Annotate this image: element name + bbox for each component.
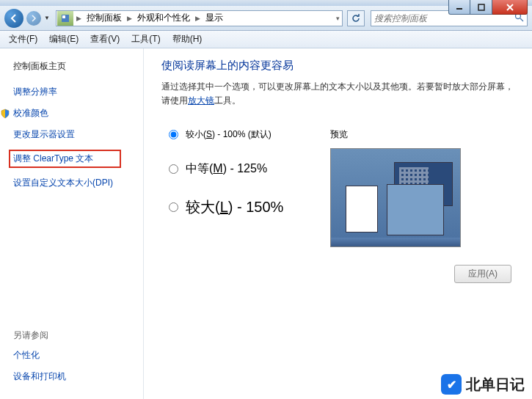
sidebar-item-label: 调整分辨率	[13, 86, 57, 98]
sidebar-item-calibrate-color[interactable]: 校准颜色	[13, 107, 136, 120]
size-label: 较大(L) - 150%	[186, 197, 283, 217]
size-option-medium[interactable]: 中等(M) - 125%	[161, 161, 330, 177]
breadcrumb-segment[interactable]: 控制面板	[84, 12, 125, 24]
sidebar-home-link[interactable]: 控制面板主页	[13, 60, 136, 73]
menu-view[interactable]: 查看(V)	[84, 31, 125, 48]
nav-history-dropdown[interactable]: ▼	[44, 15, 53, 21]
watermark: ✔ 北单日记	[441, 374, 525, 395]
chevron-right-icon: ▶	[193, 15, 203, 22]
menu-tools[interactable]: 工具(T)	[125, 31, 166, 48]
sidebar-item-resolution[interactable]: 调整分辨率	[13, 86, 136, 98]
page-title: 使阅读屏幕上的内容更容易	[161, 59, 519, 73]
breadcrumb-segment[interactable]: 显示	[203, 12, 226, 24]
sidebar-item-label: 调整 ClearType 文本	[13, 153, 93, 165]
sidebar-item-label: 更改显示器设置	[13, 128, 75, 141]
chevron-right-icon: ▶	[125, 15, 134, 22]
svg-rect-5	[62, 15, 65, 18]
size-option-small[interactable]: 较小(S) - 100% (默认)	[161, 128, 330, 141]
page-description: 通过选择其中一个选项，可以更改屏幕上的文本大小以及其他项。若要暂时放大部分屏幕，…	[161, 80, 519, 108]
chevron-right-icon: ▶	[74, 15, 84, 22]
size-label: 中等(M) - 125%	[186, 161, 267, 177]
menu-edit[interactable]: 编辑(E)	[43, 31, 84, 48]
shield-icon	[0, 109, 10, 119]
sidebar-seealso-personalization[interactable]: 个性化	[13, 349, 136, 362]
svg-rect-1	[478, 4, 484, 10]
sidebar-item-label: 设备和打印机	[13, 370, 66, 383]
nav-back-button[interactable]	[4, 9, 23, 28]
close-button[interactable]	[492, 0, 528, 15]
maximize-button[interactable]	[470, 0, 492, 15]
menu-file[interactable]: 文件(F)	[3, 31, 43, 48]
refresh-button[interactable]	[347, 10, 365, 26]
breadcrumb-segment[interactable]: 外观和个性化	[134, 12, 193, 24]
control-panel-icon	[57, 11, 73, 26]
size-radio-small[interactable]	[169, 130, 178, 139]
preview-image	[330, 148, 461, 247]
svg-line-7	[520, 18, 523, 21]
sidebar-item-display-settings[interactable]: 更改显示器设置	[13, 128, 136, 141]
minimize-button[interactable]	[448, 0, 470, 15]
sidebar-item-label: 设置自定义文本大小(DPI)	[13, 177, 113, 189]
watermark-text: 北单日记	[466, 375, 525, 395]
menu-help[interactable]: 帮助(H)	[167, 31, 208, 48]
breadcrumb[interactable]: ▶ 控制面板 ▶ 外观和个性化 ▶ 显示 ▾	[56, 10, 343, 26]
sidebar-item-custom-dpi[interactable]: 设置自定义文本大小(DPI)	[13, 177, 136, 189]
sidebar-seealso-devices[interactable]: 设备和打印机	[13, 370, 136, 383]
size-option-large[interactable]: 较大(L) - 150%	[161, 197, 330, 217]
size-radio-large[interactable]	[169, 202, 178, 212]
sidebar-item-label: 校准颜色	[13, 107, 48, 120]
magnifier-link[interactable]: 放大镜	[188, 95, 214, 106]
size-label: 较小(S) - 100% (默认)	[186, 128, 272, 141]
nav-forward-button[interactable]	[26, 11, 41, 26]
preview-label: 预览	[330, 128, 519, 141]
chevron-down-icon[interactable]: ▾	[334, 15, 342, 22]
sidebar-item-cleartype[interactable]: 调整 ClearType 文本	[9, 150, 121, 168]
sidebar-item-label: 个性化	[13, 349, 40, 362]
seealso-header: 另请参阅	[13, 329, 136, 342]
size-radio-medium[interactable]	[169, 164, 178, 174]
apply-button[interactable]: 应用(A)	[454, 265, 511, 283]
watermark-icon: ✔	[441, 374, 462, 395]
menu-bar: 文件(F) 编辑(E) 查看(V) 工具(T) 帮助(H)	[0, 31, 532, 48]
